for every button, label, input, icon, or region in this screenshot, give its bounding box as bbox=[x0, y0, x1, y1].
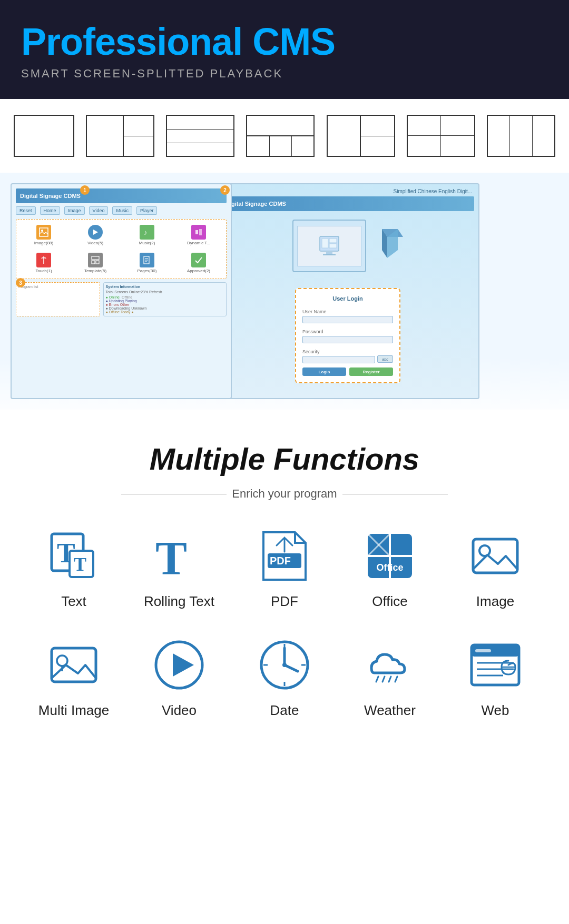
office-label: Office bbox=[372, 593, 407, 610]
svg-point-46 bbox=[282, 663, 287, 667]
icons-grid-container: Image(88) Video(5) ♪ Music(2) bbox=[16, 219, 227, 279]
icon-cell-dynamic: Dynamic T... bbox=[174, 223, 223, 247]
svg-rect-18 bbox=[323, 254, 336, 255]
features-row-2: Multi Image Video bbox=[21, 636, 548, 719]
layout-diagrams bbox=[0, 99, 569, 173]
svg-rect-14 bbox=[322, 239, 328, 248]
toolbar-image: Image bbox=[64, 206, 85, 215]
header-section: Professional CMS SMART SCREEN-SPLITTED P… bbox=[0, 0, 569, 99]
icon-cell-pages: Pages(30) bbox=[123, 251, 171, 275]
image-label: Image bbox=[476, 593, 514, 610]
multi-image-label: Multi Image bbox=[38, 702, 109, 719]
functions-subtitle: Enrich your program bbox=[21, 487, 548, 501]
feature-web: Web bbox=[453, 636, 537, 719]
svg-marker-42 bbox=[173, 653, 194, 677]
username-input[interactable] bbox=[302, 316, 393, 323]
username-label: User Name bbox=[302, 309, 327, 314]
register-button[interactable]: Register bbox=[349, 367, 393, 376]
icon-cell-approved: Approved(2) bbox=[174, 251, 223, 275]
office-icon-wrapper: Office bbox=[361, 527, 419, 585]
image-icon-wrapper bbox=[466, 527, 524, 585]
rolling-text-label: Rolling Text bbox=[144, 593, 214, 610]
weather-icon-wrapper bbox=[361, 636, 419, 694]
layout-3col bbox=[487, 115, 555, 157]
svg-line-45 bbox=[284, 665, 298, 671]
rolling-text-icon: T bbox=[153, 530, 205, 582]
username-field: User Name bbox=[302, 306, 393, 323]
weather-label: Weather bbox=[364, 702, 416, 719]
svg-rect-4 bbox=[195, 230, 198, 234]
svg-text:T: T bbox=[155, 532, 187, 582]
monitor-screen bbox=[292, 220, 366, 272]
login-button[interactable]: Login bbox=[302, 367, 346, 376]
date-icon-wrapper bbox=[256, 636, 313, 694]
svg-text:PDF: PDF bbox=[270, 555, 291, 567]
functions-section: Multiple Functions Enrich your program T… bbox=[0, 410, 569, 766]
toolbar-music: Music bbox=[112, 206, 132, 215]
text-label: Text bbox=[61, 593, 86, 610]
cms-icons-grid: Image(88) Video(5) ♪ Music(2) bbox=[19, 223, 223, 275]
cms-toolbar: Reset Home Image Video Music Player bbox=[16, 206, 227, 215]
feature-multi-image: Multi Image bbox=[32, 636, 116, 719]
svg-point-37 bbox=[479, 545, 490, 556]
icon-cell-image: Image(88) bbox=[19, 223, 68, 247]
toolbar-home: Home bbox=[40, 206, 60, 215]
password-input[interactable] bbox=[302, 336, 393, 343]
system-info-panel: System Information Total Screens Online:… bbox=[103, 282, 227, 316]
icon-cell-touch: Touch(1) bbox=[19, 251, 68, 275]
svg-marker-2 bbox=[93, 230, 98, 235]
screenshot-section: 1 Digital Signage CDMS Reset Home Image … bbox=[0, 173, 569, 410]
svg-rect-17 bbox=[326, 252, 332, 254]
feature-date: Date bbox=[242, 636, 327, 719]
svg-line-51 bbox=[376, 677, 378, 682]
3d-decor bbox=[371, 224, 403, 268]
layout-single bbox=[14, 115, 74, 157]
features-row-1: T T Text T Rolling Text bbox=[21, 527, 548, 610]
security-field: Security abc bbox=[302, 346, 393, 363]
layout-top-2col bbox=[246, 115, 315, 157]
text-icon: T T bbox=[47, 530, 100, 582]
weather-icon bbox=[364, 639, 416, 691]
left-panel: Program list bbox=[16, 282, 100, 316]
icon-cell-video: Video(5) bbox=[71, 223, 120, 247]
icon-cell-music: ♪ Music(2) bbox=[123, 223, 171, 247]
cms-header: Digital Signage CDMS bbox=[16, 188, 227, 203]
pdf-icon-wrapper: PDF bbox=[256, 527, 313, 585]
security-input[interactable] bbox=[302, 356, 375, 363]
badge-2: 2 bbox=[220, 185, 230, 195]
login-title: User Login bbox=[302, 295, 393, 302]
feature-image: Image bbox=[453, 527, 537, 610]
toolbar-video: Video bbox=[89, 206, 109, 215]
date-label: Date bbox=[270, 702, 299, 719]
web-icon bbox=[469, 639, 522, 691]
password-field: Password bbox=[302, 326, 393, 343]
page-subtitle: SMART SCREEN-SPLITTED PLAYBACK bbox=[21, 67, 548, 81]
login-buttons: Login Register bbox=[302, 367, 393, 376]
feature-office: Office Office bbox=[348, 527, 432, 610]
svg-text:T: T bbox=[74, 554, 86, 575]
functions-title: Multiple Functions bbox=[21, 441, 548, 476]
feature-weather: Weather bbox=[348, 636, 432, 719]
svg-text:♪: ♪ bbox=[144, 228, 148, 236]
feature-pdf: PDF PDF bbox=[242, 527, 327, 610]
toolbar-player: Player bbox=[136, 206, 158, 215]
cms-screen-right: Simplified Chinese English Digit... Digi… bbox=[216, 183, 479, 399]
layout-left-right2 bbox=[327, 115, 395, 157]
svg-rect-16 bbox=[329, 244, 337, 248]
svg-line-53 bbox=[389, 677, 391, 682]
svg-rect-57 bbox=[475, 649, 491, 652]
svg-text:Office: Office bbox=[376, 562, 403, 573]
video-icon bbox=[153, 639, 205, 691]
password-label: Password bbox=[302, 329, 323, 334]
monitor-illustration bbox=[221, 214, 474, 277]
feature-text: T T Text bbox=[32, 527, 116, 610]
bottom-panels: 3 Program list System Information Total … bbox=[16, 282, 227, 316]
cms-nav-top: Simplified Chinese English Digit... bbox=[221, 188, 474, 194]
cms-header-right: Digital Signage CDMS bbox=[221, 196, 474, 211]
feature-video: Video bbox=[137, 636, 221, 719]
date-icon bbox=[258, 639, 311, 691]
multi-image-icon bbox=[47, 639, 100, 691]
icon-cell-template: Template(5) bbox=[71, 251, 120, 275]
layout-2col bbox=[86, 115, 154, 157]
svg-rect-0 bbox=[40, 228, 48, 236]
